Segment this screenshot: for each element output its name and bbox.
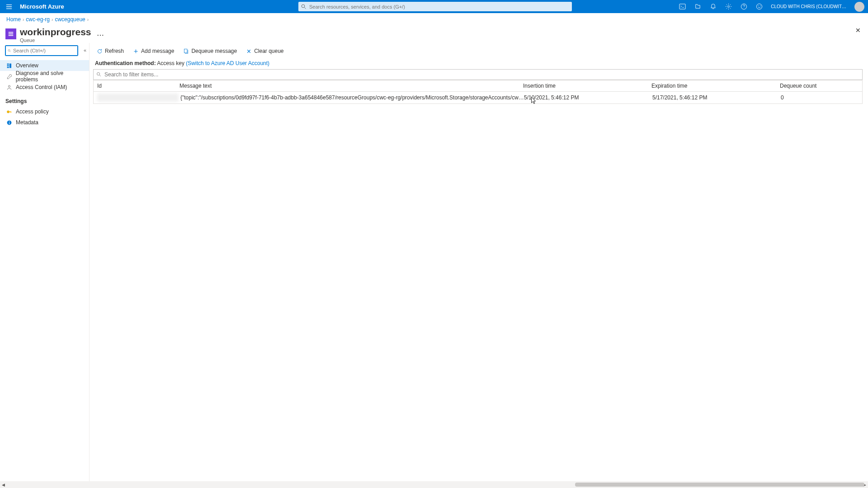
table-header-row: Id Message text Insertion time Expiratio… [94, 80, 862, 92]
svg-rect-9 [9, 33, 14, 34]
filter-box[interactable] [93, 69, 863, 80]
svg-rect-22 [9, 122, 9, 124]
cell-id-redacted [97, 94, 179, 102]
svg-line-26 [99, 75, 101, 76]
col-header-insertion[interactable]: Insertion time [523, 83, 651, 89]
dequeue-message-label: Dequeue message [191, 48, 237, 54]
dequeue-icon [183, 48, 189, 54]
clear-queue-label: Clear queue [254, 48, 283, 54]
horizontal-scrollbar[interactable]: ◀ ▶ [0, 481, 868, 488]
svg-rect-20 [11, 111, 11, 113]
auth-method-line: Authentication method: Access key (Switc… [93, 59, 863, 69]
auth-method-value: Access key [157, 60, 184, 66]
col-header-id[interactable]: Id [94, 83, 179, 89]
breadcrumb-home[interactable]: Home [6, 16, 21, 23]
sidebar-item-metadata[interactable]: Metadata [5, 117, 85, 128]
azure-topbar: Microsoft Azure CLOUD WITH CHRIS (CLOUDW… [0, 0, 868, 13]
help-icon[interactable] [740, 3, 747, 10]
refresh-icon [97, 48, 103, 54]
svg-point-17 [8, 85, 10, 87]
sidebar-item-iam[interactable]: Access Control (IAM) [5, 82, 85, 93]
resource-sidebar: « Overview Diagnose and solve problems A… [0, 43, 90, 486]
svg-point-6 [758, 5, 759, 6]
messages-table: Id Message text Insertion time Expiratio… [93, 80, 863, 104]
svg-rect-15 [7, 66, 9, 67]
key-icon [6, 109, 12, 115]
cell-message-text: {"topic":"/subscriptions/0d9fd97f-71f6-4… [180, 94, 524, 101]
sidebar-item-access-policy[interactable]: Access policy [5, 106, 85, 117]
cell-insertion-time: 5/10/2021, 5:46:12 PM [524, 94, 652, 101]
scroll-thumb[interactable] [575, 483, 864, 487]
svg-rect-14 [7, 65, 9, 66]
page-subtitle: Queue [20, 38, 91, 43]
cloud-shell-icon[interactable] [679, 3, 686, 10]
breadcrumb-queue[interactable]: cwcegqueue [55, 16, 85, 23]
switch-auth-link[interactable]: (Switch to Azure AD User Account) [186, 60, 269, 66]
sidebar-section-settings: Settings [5, 98, 85, 104]
svg-point-5 [756, 4, 762, 9]
svg-point-3 [727, 6, 729, 8]
user-account-label[interactable]: CLOUD WITH CHRIS (CLOUDWIT… [771, 4, 846, 9]
cell-dequeue-count: 0 [781, 94, 862, 101]
main-content: Refresh Add message Dequeue message Clea… [90, 43, 868, 486]
add-message-button[interactable]: Add message [129, 46, 178, 56]
queue-resource-icon [5, 28, 16, 39]
directories-icon[interactable] [694, 3, 701, 10]
dequeue-message-button[interactable]: Dequeue message [179, 46, 241, 56]
svg-point-18 [7, 111, 9, 113]
sidebar-search[interactable] [5, 46, 78, 56]
sidebar-item-overview[interactable]: Overview [0, 60, 89, 71]
search-icon [8, 48, 11, 53]
search-icon [301, 4, 307, 9]
cell-expiration-time: 5/17/2021, 5:46:12 PM [652, 94, 781, 101]
refresh-label: Refresh [105, 48, 124, 54]
page-header: workinprogress Queue ⋯ ✕ [0, 24, 868, 43]
sidebar-item-label: Overview [16, 62, 38, 69]
global-search-input[interactable] [307, 4, 569, 9]
info-icon [6, 120, 12, 126]
auth-method-label: Authentication method: [95, 60, 156, 66]
add-message-label: Add message [141, 48, 174, 54]
table-row[interactable]: {"topic":"/subscriptions/0d9fd97f-71f6-4… [94, 92, 862, 103]
topbar-actions: CLOUD WITH CHRIS (CLOUDWIT… [679, 0, 864, 13]
svg-line-1 [305, 7, 306, 9]
svg-rect-13 [7, 63, 9, 64]
sidebar-nav: Overview Diagnose and solve problems Acc… [5, 60, 85, 128]
sidebar-item-label: Metadata [16, 119, 38, 126]
sidebar-item-diagnose[interactable]: Diagnose and solve problems [5, 71, 85, 82]
svg-rect-10 [9, 35, 14, 36]
page-title: workinprogress [20, 27, 91, 38]
user-avatar[interactable] [854, 2, 864, 12]
svg-rect-2 [679, 4, 685, 9]
command-bar: Refresh Add message Dequeue message Clea… [93, 43, 863, 59]
breadcrumb-rg[interactable]: cwc-eg-rg [26, 16, 50, 23]
col-header-msg[interactable]: Message text [179, 83, 523, 89]
notifications-icon[interactable] [709, 3, 717, 10]
col-header-dequeue[interactable]: Dequeue count [780, 83, 862, 89]
more-actions-button[interactable]: ⋯ [97, 31, 104, 39]
clear-queue-button[interactable]: Clear queue [242, 46, 287, 56]
refresh-button[interactable]: Refresh [93, 46, 127, 56]
feedback-icon[interactable] [755, 3, 763, 10]
svg-point-11 [8, 49, 10, 51]
hamburger-menu[interactable] [0, 0, 18, 13]
person-icon [6, 84, 12, 90]
chevron-right-icon: › [23, 17, 24, 22]
collapse-sidebar-button[interactable]: « [84, 47, 86, 53]
breadcrumb: Home › cwc-eg-rg › cwcegqueue › [0, 13, 868, 24]
filter-input[interactable] [102, 71, 859, 78]
overview-icon [6, 63, 12, 69]
brand-label: Microsoft Azure [20, 3, 64, 10]
svg-rect-24 [184, 49, 188, 52]
wrench-icon [6, 74, 12, 80]
svg-point-25 [97, 73, 100, 75]
svg-point-7 [760, 5, 761, 6]
settings-icon[interactable] [725, 3, 732, 10]
close-blade-button[interactable]: ✕ [855, 27, 861, 34]
col-header-expiration[interactable]: Expiration time [651, 83, 780, 89]
scroll-left-arrow[interactable]: ◀ [2, 483, 5, 487]
chevron-right-icon: › [52, 17, 53, 22]
global-search[interactable] [298, 2, 572, 11]
sidebar-search-input[interactable] [11, 48, 75, 53]
sidebar-item-label: Access Control (IAM) [16, 84, 67, 90]
